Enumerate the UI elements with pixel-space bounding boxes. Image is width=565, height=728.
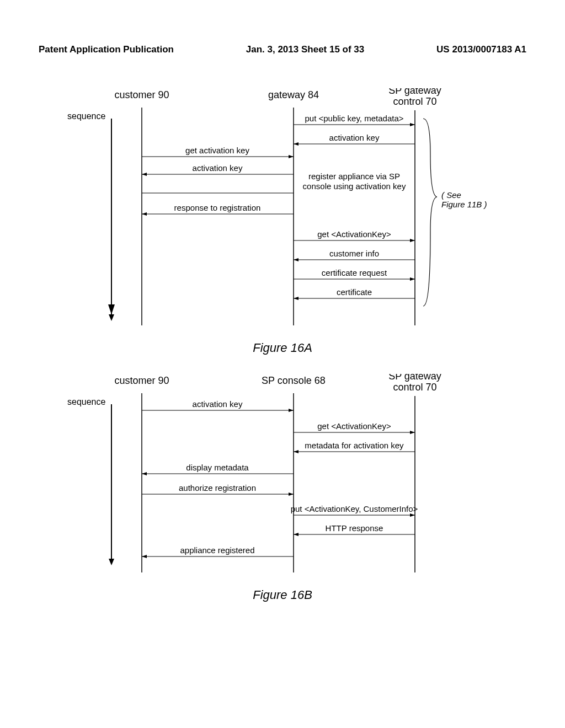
actor-console: SP console 68 bbox=[262, 375, 326, 386]
figure-16b: sequence customer 90 SP console 68 SP ga… bbox=[84, 374, 481, 578]
svg-marker-4 bbox=[109, 314, 114, 321]
side-note: ( See Figure 11B ) bbox=[441, 191, 487, 209]
msg-m7: get <ActivationKey> bbox=[317, 229, 391, 239]
actor-spgw-l2: control 70 bbox=[393, 96, 436, 107]
msg-m6: response to registration bbox=[174, 203, 261, 212]
msg-b7: HTTP response bbox=[326, 523, 383, 533]
sequence-label-b: sequence bbox=[67, 397, 105, 407]
actor-spgw-l1: SP gateway bbox=[388, 88, 441, 96]
header-center: Jan. 3, 2013 Sheet 15 of 33 bbox=[246, 44, 365, 55]
figure-16b-caption: Figure 16B bbox=[39, 588, 526, 602]
msg-m4: activation key bbox=[193, 163, 243, 173]
actor-customer-b: customer 90 bbox=[114, 375, 169, 386]
msg-m2: activation key bbox=[329, 133, 380, 142]
figure-16b-svg: customer 90 SP console 68 SP gateway con… bbox=[84, 374, 481, 578]
svg-marker-20 bbox=[109, 559, 114, 565]
page: Patent Application Publication Jan. 3, 2… bbox=[0, 0, 565, 728]
msg-m10: certificate bbox=[337, 287, 372, 297]
header-right: US 2013/0007183 A1 bbox=[436, 44, 526, 55]
msg-m1: put <public key, metadata> bbox=[305, 114, 403, 123]
actor-customer: customer 90 bbox=[114, 89, 169, 100]
figure-16a: sequence customer 90 gateway 84 SP gatew… bbox=[84, 88, 481, 331]
page-header: Patent Application Publication Jan. 3, 2… bbox=[39, 44, 526, 55]
sequence-label: sequence bbox=[67, 111, 105, 121]
msg-m3: get activation key bbox=[185, 146, 249, 155]
msg-m5a: register appliance via SP bbox=[308, 172, 400, 181]
actor-spgw-b-l2: control 70 bbox=[393, 382, 436, 393]
actor-gateway: gateway 84 bbox=[268, 89, 319, 100]
figure-16a-svg: customer 90 gateway 84 SP gateway contro… bbox=[84, 88, 481, 331]
msg-b8: appliance registered bbox=[180, 545, 254, 555]
msg-m9: certificate request bbox=[322, 268, 387, 277]
msg-m8: customer info bbox=[329, 249, 379, 258]
msg-b1: activation key bbox=[193, 399, 243, 409]
msg-b5: authorize registration bbox=[179, 483, 256, 493]
actor-spgw-b-l1: SP gateway bbox=[388, 374, 441, 382]
msg-b2: get <ActivationKey> bbox=[317, 421, 391, 431]
figure-16a-caption: Figure 16A bbox=[39, 341, 526, 355]
msg-m5b: console using activation key bbox=[303, 181, 406, 191]
msg-b3: metadata for activation key bbox=[305, 441, 404, 450]
msg-b4: display metadata bbox=[186, 463, 249, 472]
header-left: Patent Application Publication bbox=[39, 44, 174, 55]
msg-b6: put <ActivationKey, CustomerInfo> bbox=[291, 504, 418, 513]
